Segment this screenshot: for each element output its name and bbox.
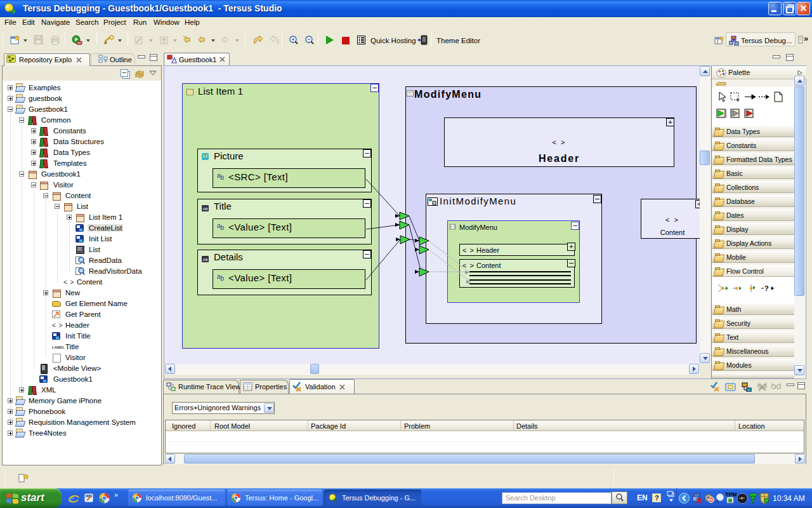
svg-text:?: ? bbox=[764, 284, 769, 292]
